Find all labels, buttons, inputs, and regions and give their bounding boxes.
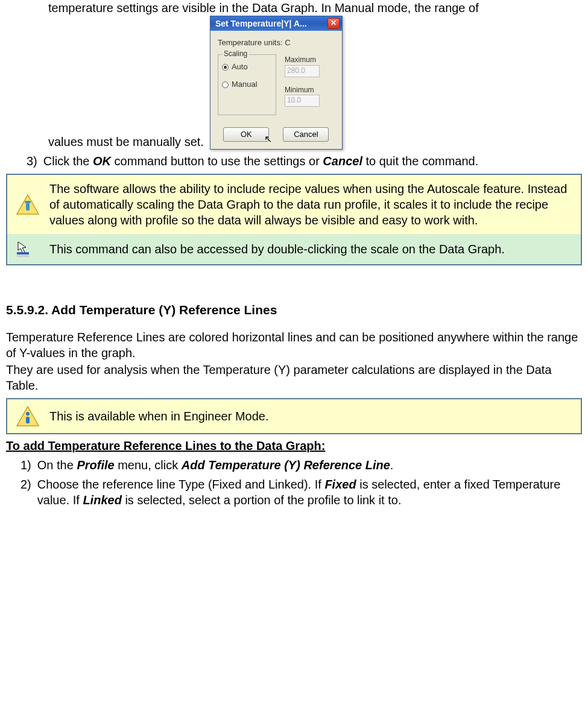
minimum-input[interactable]: 10.0	[285, 95, 320, 107]
svg-rect-8	[26, 417, 30, 423]
note-box-2: This is available when in Engineer Mode.	[6, 398, 582, 434]
maximum-input[interactable]: 280.0	[285, 65, 320, 77]
list-number: 3)	[6, 153, 43, 169]
svg-rect-2	[25, 201, 31, 203]
radio-icon	[222, 64, 229, 71]
scaling-group-label: Scaling	[222, 49, 249, 59]
info-icon	[16, 405, 49, 427]
procedure-title: To add Temperature Reference Lines to th…	[0, 438, 588, 454]
tip-text: The software allows the ability to inclu…	[49, 181, 572, 228]
svg-rect-1	[26, 203, 30, 211]
ok-button[interactable]: OK ↖	[223, 127, 269, 142]
step-3-text: Click the OK command button to use the s…	[43, 153, 582, 169]
section-paragraph-1: Temperature Reference Lines are colored …	[0, 329, 588, 361]
section-heading: 5.5.9.2. Add Temperature (Y) Reference L…	[0, 302, 588, 318]
minimum-label: Minimum	[285, 86, 335, 95]
close-icon[interactable]: ✕	[327, 18, 340, 29]
paragraph-fragment-bottom: values must be manually set.	[48, 134, 204, 150]
tip-icon	[16, 194, 49, 215]
list-number: 2)	[0, 476, 37, 508]
set-temperature-dialog: Set Temperature|Y| A... ✕ Temperature un…	[210, 16, 343, 150]
procedure-step-2: Choose the reference line Type (Fixed an…	[37, 476, 588, 508]
dialog-titlebar: Set Temperature|Y| A... ✕	[210, 16, 342, 31]
radio-manual[interactable]: Manual	[222, 80, 272, 90]
maximum-label: Maximum	[285, 55, 335, 65]
info-note-text: This is available when in Engineer Mode.	[49, 408, 572, 424]
temperature-units-label: Temperature units: C	[218, 38, 335, 48]
list-number: 1)	[0, 457, 37, 473]
svg-point-7	[26, 412, 30, 416]
svg-marker-3	[18, 242, 26, 253]
dialog-title: Set Temperature|Y| A...	[215, 18, 307, 29]
cursor-icon: ↖	[264, 133, 272, 146]
svg-rect-5	[17, 255, 29, 257]
section-paragraph-2: They are used for analysis when the Temp…	[0, 362, 588, 393]
click-note-text: This command can also be accessed by dou…	[49, 241, 572, 257]
note-box: The software allows the ability to inclu…	[6, 174, 582, 265]
svg-rect-4	[17, 252, 29, 255]
radio-icon	[222, 81, 229, 88]
procedure-step-1: On the Profile menu, click Add Temperatu…	[37, 457, 588, 473]
paragraph-fragment-top: temperature settings are visible in the …	[6, 0, 582, 16]
radio-auto[interactable]: Auto	[222, 62, 272, 72]
click-icon	[16, 240, 49, 258]
cancel-button[interactable]: Cancel	[283, 127, 329, 142]
scaling-group: Scaling Auto Manual	[218, 54, 276, 115]
